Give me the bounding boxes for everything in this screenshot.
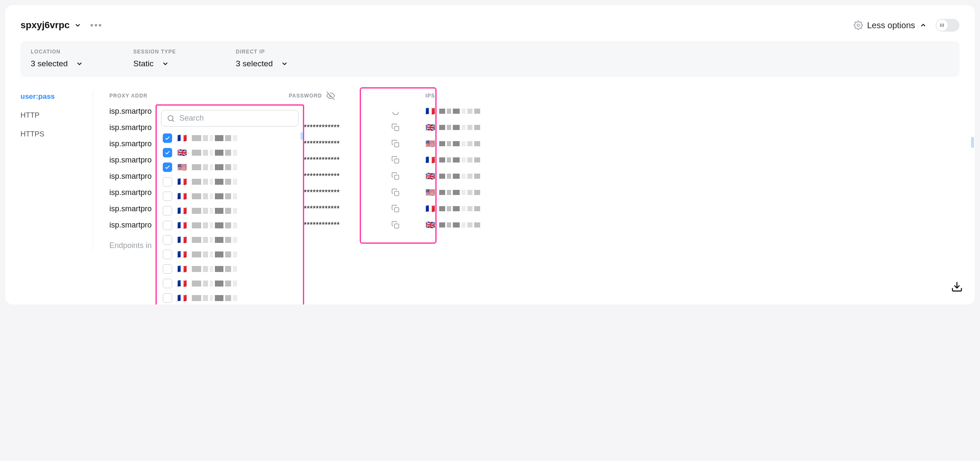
dropdown-checkbox[interactable]	[163, 264, 172, 274]
flag-icon: 🇬🇧	[425, 221, 435, 229]
dropdown-item[interactable]: 🇫🇷	[161, 262, 299, 276]
svg-rect-6	[395, 159, 399, 163]
flag-icon: 🇫🇷	[425, 156, 435, 164]
title-dropdown[interactable]: spxyj6vrpc	[21, 20, 82, 31]
download-button[interactable]	[951, 281, 963, 293]
page-title: spxyj6vrpc	[21, 20, 70, 31]
svg-rect-5	[395, 143, 399, 147]
view-toggle[interactable]	[936, 19, 959, 32]
header-right: Less options	[854, 19, 959, 32]
gear-icon	[854, 21, 863, 30]
dropdown-list: 🇫🇷🇬🇧🇺🇸🇫🇷🇫🇷🇫🇷🇫🇷🇫🇷🇫🇷🇫🇷🇫🇷🇫🇷	[161, 131, 299, 304]
flag-icon: 🇫🇷	[177, 236, 187, 244]
col-proxy-header: PROXY ADDR	[109, 91, 263, 101]
chevron-down-icon	[74, 21, 82, 29]
dropdown-checkbox[interactable]	[163, 192, 172, 201]
dropdown-item[interactable]: 🇫🇷	[161, 291, 299, 304]
password-row: *****************	[289, 171, 400, 181]
proxy-host: isp.smartpro	[109, 139, 152, 148]
filter-direct-ip: DIRECT IP 3 selected	[236, 49, 308, 68]
dropdown-item[interactable]: 🇫🇷	[161, 204, 299, 218]
tab-http[interactable]: HTTP	[21, 111, 85, 120]
dropdown-checkbox[interactable]	[163, 206, 172, 216]
flag-icon: 🇫🇷	[177, 265, 187, 273]
ip-row: 🇬🇧	[425, 171, 519, 181]
copy-icon[interactable]	[391, 204, 400, 213]
filter-session-type-value: Static	[133, 59, 154, 68]
chevron-down-icon	[281, 60, 288, 68]
dropdown-checkbox[interactable]	[163, 221, 172, 230]
svg-rect-7	[395, 175, 399, 180]
filter-session-type: SESSION TYPE Static	[133, 49, 206, 68]
dropdown-item[interactable]: 🇺🇸	[161, 160, 299, 174]
filter-session-type-select[interactable]: Static	[133, 59, 206, 68]
flag-icon: 🇫🇷	[425, 107, 435, 115]
copy-icon[interactable]	[391, 156, 400, 164]
proxy-host: isp.smartpro	[109, 172, 152, 181]
tab-userpass[interactable]: user:pass	[21, 92, 85, 101]
password-row: *****************	[289, 155, 400, 165]
dropdown-item[interactable]: 🇫🇷	[161, 276, 299, 291]
dropdown-search-input[interactable]	[179, 114, 293, 123]
col-ips-rows: 🇫🇷🇬🇧🇺🇸🇫🇷🇬🇧🇺🇸🇫🇷🇬🇧	[425, 106, 519, 230]
proxy-host: isp.smartpro	[109, 188, 152, 197]
search-icon	[167, 114, 175, 123]
flag-icon: 🇫🇷	[425, 205, 435, 213]
col-ips-header: IPS	[425, 91, 519, 101]
ip-row: 🇺🇸	[425, 187, 519, 198]
svg-rect-4	[395, 127, 399, 131]
copy-icon[interactable]	[391, 123, 400, 132]
flag-icon: 🇫🇷	[177, 178, 187, 186]
dropdown-checkbox[interactable]	[163, 177, 172, 186]
copy-icon[interactable]	[391, 221, 400, 229]
ip-row: 🇫🇷	[425, 155, 519, 165]
copy-icon[interactable]	[391, 172, 400, 180]
dropdown-search[interactable]	[161, 110, 299, 127]
flag-icon: 🇫🇷	[177, 134, 187, 142]
svg-rect-10	[395, 224, 399, 228]
dropdown-item[interactable]: 🇬🇧	[161, 145, 299, 160]
dropdown-checkbox[interactable]	[163, 250, 172, 259]
chevron-down-icon	[161, 60, 169, 68]
copy-icon[interactable]	[391, 139, 400, 148]
dropdown-checkbox[interactable]	[163, 293, 172, 303]
ip-row: 🇬🇧	[425, 220, 519, 230]
chevron-up-icon	[919, 21, 927, 29]
dropdown-checkbox[interactable]	[163, 163, 172, 172]
dropdown-item[interactable]: 🇫🇷	[161, 233, 299, 247]
password-row: *****************	[289, 220, 400, 230]
dropdown-item[interactable]: 🇫🇷	[161, 174, 299, 189]
proxy-host: isp.smartpro	[109, 204, 152, 213]
filter-location-select[interactable]: 3 selected	[31, 59, 103, 68]
copy-icon[interactable]	[391, 188, 400, 197]
filter-direct-ip-select[interactable]: 3 selected	[236, 59, 308, 68]
copy-icon[interactable]	[391, 107, 400, 115]
dropdown-item[interactable]: 🇫🇷	[161, 131, 299, 145]
password-row: *****************	[289, 204, 400, 214]
filter-bar: LOCATION 3 selected SESSION TYPE Static …	[21, 41, 959, 77]
flag-icon: 🇬🇧	[425, 124, 435, 131]
dropdown-checkbox[interactable]	[163, 148, 172, 157]
less-options-toggle[interactable]: Less options	[854, 21, 927, 30]
scrollbar-thumb[interactable]	[971, 137, 974, 148]
tab-https[interactable]: HTTPS	[21, 130, 85, 139]
dropdown-item[interactable]: 🇫🇷	[161, 189, 299, 204]
password-row: x	[289, 106, 400, 116]
dropdown-checkbox[interactable]	[163, 133, 172, 143]
filter-location: LOCATION 3 selected	[31, 49, 103, 68]
ip-row: 🇫🇷	[425, 204, 519, 214]
eye-off-icon[interactable]	[326, 92, 335, 100]
ip-row: 🇫🇷	[425, 106, 519, 116]
header: spxyj6vrpc ••• Less options	[21, 15, 959, 41]
proxy-host: isp.smartpro	[109, 107, 152, 116]
flag-icon: 🇺🇸	[425, 189, 435, 196]
password-row: *****************	[289, 187, 400, 198]
dropdown-checkbox[interactable]	[163, 235, 172, 245]
dropdown-checkbox[interactable]	[163, 279, 172, 288]
dropdown-item[interactable]: 🇫🇷	[161, 218, 299, 233]
proxy-host: isp.smartpro	[109, 123, 152, 132]
more-menu-button[interactable]: •••	[88, 20, 105, 31]
svg-rect-8	[395, 192, 399, 196]
flag-icon: 🇺🇸	[425, 140, 435, 148]
dropdown-item[interactable]: 🇫🇷	[161, 247, 299, 262]
